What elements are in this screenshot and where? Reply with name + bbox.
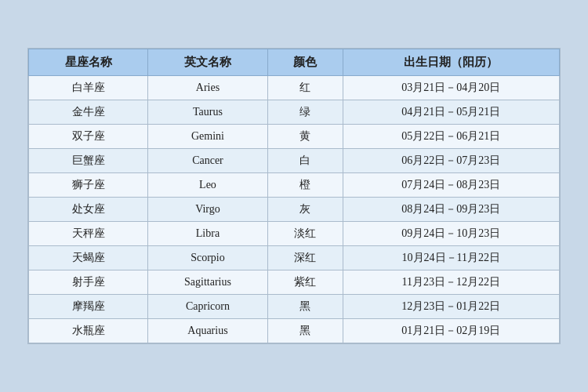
cell-date: 06月22日－07月23日 <box>343 149 559 173</box>
table-row: 狮子座Leo橙07月24日－08月23日 <box>29 173 560 198</box>
cell-date: 05月22日－06月21日 <box>343 125 559 149</box>
table-row: 摩羯座Capricorn黑12月23日－01月22日 <box>29 295 560 319</box>
cell-en-name: Aquarius <box>148 319 267 343</box>
zodiac-table: 星座名称 英文名称 颜色 出生日期（阳历） 白羊座Aries红03月21日－04… <box>28 49 560 343</box>
cell-zh-name: 天秤座 <box>29 222 148 246</box>
cell-en-name: Aries <box>148 76 267 100</box>
cell-color: 灰 <box>267 198 343 222</box>
cell-en-name: Virgo <box>148 198 267 222</box>
cell-date: 09月24日－10月23日 <box>343 222 559 246</box>
table-row: 处女座Virgo灰08月24日－09月23日 <box>29 198 560 222</box>
cell-color: 深红 <box>267 246 343 270</box>
table-row: 巨蟹座Cancer白06月22日－07月23日 <box>29 149 560 173</box>
cell-color: 淡红 <box>267 222 343 246</box>
zodiac-table-container: 星座名称 英文名称 颜色 出生日期（阳历） 白羊座Aries红03月21日－04… <box>27 48 561 344</box>
table-header-row: 星座名称 英文名称 颜色 出生日期（阳历） <box>29 49 560 76</box>
cell-en-name: Leo <box>148 173 267 198</box>
cell-en-name: Sagittarius <box>148 270 267 295</box>
table-row: 水瓶座Aquarius黑01月21日－02月19日 <box>29 319 560 343</box>
header-en-name: 英文名称 <box>148 49 267 76</box>
cell-color: 橙 <box>267 173 343 198</box>
cell-zh-name: 天蝎座 <box>29 246 148 270</box>
cell-zh-name: 水瓶座 <box>29 319 148 343</box>
header-date: 出生日期（阳历） <box>343 49 559 76</box>
cell-en-name: Taurus <box>148 100 267 125</box>
cell-zh-name: 双子座 <box>29 125 148 149</box>
cell-zh-name: 狮子座 <box>29 173 148 198</box>
table-row: 射手座Sagittarius紫红11月23日－12月22日 <box>29 270 560 295</box>
table-row: 天秤座Libra淡红09月24日－10月23日 <box>29 222 560 246</box>
table-row: 双子座Gemini黄05月22日－06月21日 <box>29 125 560 149</box>
table-body: 白羊座Aries红03月21日－04月20日金牛座Taurus绿04月21日－0… <box>29 76 560 343</box>
cell-en-name: Cancer <box>148 149 267 173</box>
cell-en-name: Gemini <box>148 125 267 149</box>
cell-date: 01月21日－02月19日 <box>343 319 559 343</box>
header-zh-name: 星座名称 <box>29 49 148 76</box>
cell-zh-name: 摩羯座 <box>29 295 148 319</box>
table-row: 白羊座Aries红03月21日－04月20日 <box>29 76 560 100</box>
cell-color: 白 <box>267 149 343 173</box>
cell-date: 03月21日－04月20日 <box>343 76 559 100</box>
header-color: 颜色 <box>267 49 343 76</box>
cell-en-name: Libra <box>148 222 267 246</box>
cell-date: 04月21日－05月21日 <box>343 100 559 125</box>
cell-color: 紫红 <box>267 270 343 295</box>
cell-date: 07月24日－08月23日 <box>343 173 559 198</box>
cell-en-name: Scorpio <box>148 246 267 270</box>
cell-color: 绿 <box>267 100 343 125</box>
cell-zh-name: 白羊座 <box>29 76 148 100</box>
cell-zh-name: 金牛座 <box>29 100 148 125</box>
cell-zh-name: 巨蟹座 <box>29 149 148 173</box>
cell-date: 08月24日－09月23日 <box>343 198 559 222</box>
cell-color: 黑 <box>267 295 343 319</box>
cell-color: 红 <box>267 76 343 100</box>
table-row: 天蝎座Scorpio深红10月24日－11月22日 <box>29 246 560 270</box>
cell-en-name: Capricorn <box>148 295 267 319</box>
table-row: 金牛座Taurus绿04月21日－05月21日 <box>29 100 560 125</box>
cell-zh-name: 处女座 <box>29 198 148 222</box>
cell-date: 11月23日－12月22日 <box>343 270 559 295</box>
cell-date: 10月24日－11月22日 <box>343 246 559 270</box>
cell-color: 黄 <box>267 125 343 149</box>
cell-zh-name: 射手座 <box>29 270 148 295</box>
cell-date: 12月23日－01月22日 <box>343 295 559 319</box>
cell-color: 黑 <box>267 319 343 343</box>
